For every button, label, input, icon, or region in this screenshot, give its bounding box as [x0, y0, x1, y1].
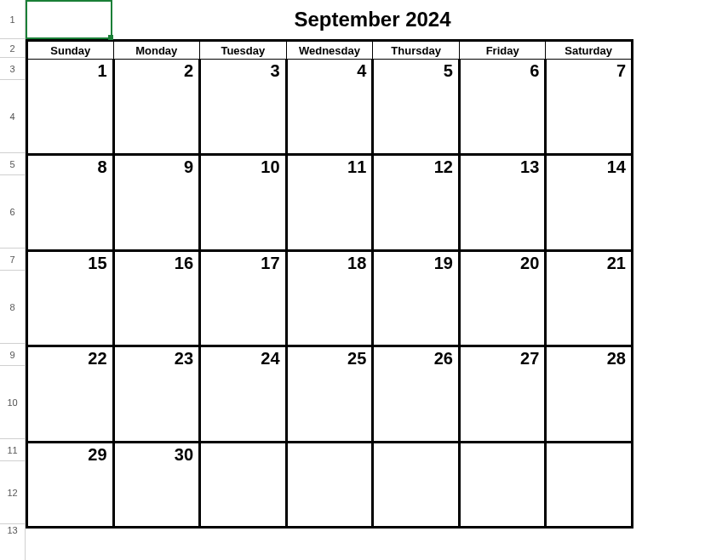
day-body-cell[interactable]	[200, 273, 287, 346]
day-cell[interactable]: 6	[459, 60, 545, 82]
day-body-cell[interactable]	[546, 273, 633, 346]
day-cell[interactable]: 30	[113, 442, 200, 465]
day-cell[interactable]	[459, 442, 545, 465]
day-body-cell[interactable]	[200, 177, 287, 250]
row-header-2[interactable]: 2	[0, 39, 25, 58]
day-cell[interactable]: 1	[27, 60, 114, 82]
week-3-body	[27, 273, 633, 346]
selected-cell-a1[interactable]	[26, 0, 112, 39]
day-body-cell[interactable]	[200, 465, 287, 528]
day-cell[interactable]	[286, 442, 373, 465]
day-cell[interactable]	[546, 442, 633, 465]
day-cell[interactable]: 24	[200, 346, 287, 369]
day-body-cell[interactable]	[286, 273, 373, 346]
day-cell[interactable]: 7	[546, 60, 633, 82]
day-header-thursday[interactable]: Thursday	[373, 41, 460, 60]
row-header-4[interactable]: 4	[0, 80, 25, 153]
row-header-6[interactable]: 6	[0, 175, 25, 249]
day-body-cell[interactable]	[546, 369, 633, 442]
row-header-12[interactable]: 12	[0, 461, 25, 524]
day-cell[interactable]: 22	[27, 346, 114, 369]
day-cell[interactable]: 25	[286, 346, 373, 369]
day-header-wednesday[interactable]: Wednesday	[286, 41, 373, 60]
week-3-daynums: 15 16 17 18 19 20 21	[27, 250, 633, 273]
day-cell[interactable]: 28	[546, 346, 633, 369]
day-body-cell[interactable]	[113, 177, 200, 250]
day-cell[interactable]: 16	[113, 250, 200, 273]
day-cell[interactable]: 10	[200, 155, 287, 178]
day-body-cell[interactable]	[27, 465, 114, 528]
day-body-cell[interactable]	[27, 369, 114, 442]
day-cell[interactable]: 5	[373, 60, 460, 82]
row-header-8[interactable]: 8	[0, 271, 25, 344]
main-area: September 2024 Sunday Monday Tuesday Wed…	[26, 0, 728, 560]
day-cell[interactable]: 11	[286, 155, 373, 178]
row-header-5[interactable]: 5	[0, 153, 25, 175]
day-cell[interactable]: 19	[373, 250, 460, 273]
week-1-daynums: 1 2 3 4 5 6 7	[27, 60, 633, 82]
day-body-cell[interactable]	[459, 273, 545, 346]
day-body-cell[interactable]	[459, 82, 545, 155]
day-body-cell[interactable]	[113, 82, 200, 155]
row-header-9[interactable]: 9	[0, 344, 25, 366]
day-cell[interactable]: 4	[286, 60, 373, 82]
day-cell[interactable]: 17	[200, 250, 287, 273]
day-body-cell[interactable]	[113, 273, 200, 346]
day-body-cell[interactable]	[459, 465, 545, 528]
day-cell[interactable]: 14	[546, 155, 633, 178]
day-body-cell[interactable]	[286, 465, 373, 528]
day-body-cell[interactable]	[113, 465, 200, 528]
day-body-cell[interactable]	[373, 273, 460, 346]
day-body-cell[interactable]	[200, 369, 287, 442]
calendar-wrapper: September 2024 Sunday Monday Tuesday Wed…	[26, 0, 728, 529]
day-body-cell[interactable]	[373, 465, 460, 528]
day-cell[interactable]: 18	[286, 250, 373, 273]
day-cell[interactable]	[200, 442, 287, 465]
day-header-tuesday[interactable]: Tuesday	[200, 41, 287, 60]
day-cell[interactable]: 29	[27, 442, 114, 465]
day-body-cell[interactable]	[546, 82, 633, 155]
day-cell[interactable]	[373, 442, 460, 465]
day-body-cell[interactable]	[200, 82, 287, 155]
day-cell[interactable]: 3	[200, 60, 287, 82]
row-header-1[interactable]: 1	[0, 0, 25, 39]
week-4-daynums: 22 23 24 25 26 27 28	[27, 346, 633, 369]
day-body-cell[interactable]	[113, 369, 200, 442]
day-body-cell[interactable]	[373, 177, 460, 250]
day-cell[interactable]: 13	[459, 155, 545, 178]
day-body-cell[interactable]	[27, 177, 114, 250]
row-header-11[interactable]: 11	[0, 439, 25, 461]
day-cell[interactable]: 20	[459, 250, 545, 273]
day-cell[interactable]: 21	[546, 250, 633, 273]
day-header-monday[interactable]: Monday	[113, 41, 200, 60]
row-header-13[interactable]: 13	[0, 524, 25, 536]
day-body-cell[interactable]	[373, 369, 460, 442]
day-cell[interactable]: 23	[113, 346, 200, 369]
day-body-cell[interactable]	[27, 82, 114, 155]
day-cell[interactable]: 8	[27, 155, 114, 178]
day-body-cell[interactable]	[286, 82, 373, 155]
day-cell[interactable]: 12	[373, 155, 460, 178]
day-body-cell[interactable]	[373, 82, 460, 155]
calendar-table: Sunday Monday Tuesday Wednesday Thursday…	[26, 39, 633, 529]
day-cell[interactable]: 27	[459, 346, 545, 369]
row-header-10[interactable]: 10	[0, 366, 25, 439]
day-header-friday[interactable]: Friday	[459, 41, 545, 60]
day-body-cell[interactable]	[286, 369, 373, 442]
day-body-cell[interactable]	[459, 177, 545, 250]
day-header-saturday[interactable]: Saturday	[546, 41, 633, 60]
day-body-cell[interactable]	[459, 369, 545, 442]
day-cell[interactable]: 26	[373, 346, 460, 369]
day-header-sunday[interactable]: Sunday	[27, 41, 114, 60]
day-cell[interactable]: 2	[113, 60, 200, 82]
day-cell[interactable]: 9	[113, 155, 200, 178]
day-body-cell[interactable]	[286, 177, 373, 250]
day-body-cell[interactable]	[546, 465, 633, 528]
day-body-cell[interactable]	[27, 273, 114, 346]
day-body-cell[interactable]	[546, 177, 633, 250]
row-headers: 1 2 3 4 5 6 7 8 9 10 11 12 13	[0, 0, 26, 560]
row-header-3[interactable]: 3	[0, 58, 25, 80]
week-1-body	[27, 82, 633, 155]
row-header-7[interactable]: 7	[0, 249, 25, 271]
day-cell[interactable]: 15	[27, 250, 114, 273]
